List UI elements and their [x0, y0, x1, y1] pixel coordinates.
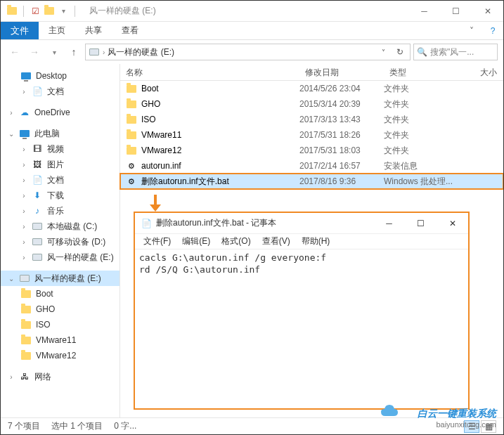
tree-documents2[interactable]: ›📄文档	[1, 172, 119, 188]
file-type: 文件夹	[384, 129, 468, 141]
search-placeholder: 搜索"风一...	[430, 46, 474, 58]
file-name: VMware11	[141, 130, 181, 140]
drive-icon	[32, 236, 43, 247]
file-row[interactable]: GHO2015/3/14 20:39文件夹	[120, 96, 503, 112]
file-type-icon: ⚙	[126, 160, 137, 171]
drive-icon	[19, 273, 30, 284]
tree-local-c[interactable]: ›本地磁盘 (C:)	[1, 219, 119, 234]
column-name[interactable]: 名称	[120, 64, 299, 80]
tree-music[interactable]: ›♪音乐	[1, 203, 119, 219]
address-dropdown-icon[interactable]: ˅	[376, 45, 390, 59]
notepad-maximize-button[interactable]: ☐	[405, 213, 437, 234]
file-type: 文件夹	[384, 83, 468, 95]
notepad-icon: 📄	[141, 218, 152, 229]
file-name: autorun.inf	[141, 161, 181, 171]
nav-forward-button[interactable]: →	[26, 44, 43, 60]
maximize-button[interactable]: ☐	[440, 1, 472, 22]
file-date: 2017/8/16 9:36	[299, 176, 384, 186]
nav-back-button[interactable]: ←	[6, 44, 23, 60]
file-row[interactable]: ⚙autorun.inf2017/2/14 16:57安装信息	[120, 158, 503, 174]
file-row[interactable]: Boot2014/5/26 23:04文件夹	[120, 81, 503, 96]
column-date[interactable]: 修改日期	[299, 64, 384, 80]
watermark-cloud-icon	[380, 402, 399, 422]
folder-icon	[20, 304, 32, 315]
tree-documents[interactable]: ›📄文档	[1, 84, 119, 99]
video-icon: 🎞	[32, 143, 43, 155]
view-details-button[interactable]: ☰	[464, 420, 479, 433]
tree-onedrive[interactable]: ›☁OneDrive	[1, 105, 119, 120]
navigation-tree[interactable]: Desktop ›📄文档 ›☁OneDrive ⌄此电脑 ›🎞视频 ›🖼图片 ›…	[1, 64, 120, 417]
file-date: 2014/5/26 23:04	[299, 84, 384, 93]
tree-network[interactable]: ›🖧网络	[1, 369, 119, 384]
drive-icon	[32, 221, 43, 232]
file-row[interactable]: VMware112017/5/31 18:26文件夹	[120, 127, 503, 143]
tree-thispc[interactable]: ⌄此电脑	[1, 126, 119, 141]
notepad-menu-file[interactable]: 文件(F)	[138, 234, 176, 249]
file-type-icon	[126, 129, 137, 141]
tab-view[interactable]: 查看	[112, 22, 148, 39]
address-path: 风一样的硬盘 (E:)	[108, 46, 373, 58]
file-date: 2017/2/14 16:57	[299, 161, 384, 171]
notepad-title: 删除autorun.inf文件.bat - 记事本	[156, 217, 276, 229]
status-size: 0 字...	[114, 420, 136, 432]
file-type: 文件夹	[384, 114, 468, 126]
tab-file[interactable]: 文件	[1, 22, 39, 39]
notepad-titlebar[interactable]: 📄 删除autorun.inf文件.bat - 记事本 ─ ☐ ✕	[135, 213, 468, 234]
column-headers[interactable]: 名称 修改日期 类型 大小	[120, 64, 503, 81]
minimize-button[interactable]: ─	[408, 1, 440, 22]
file-date: 2017/5/31 18:03	[299, 145, 384, 155]
folder-icon	[20, 350, 32, 361]
file-row[interactable]: ISO2017/3/13 13:43文件夹	[120, 112, 503, 127]
refresh-icon[interactable]: ↻	[393, 45, 407, 59]
file-name: VMware12	[141, 145, 181, 155]
file-type-icon	[126, 145, 137, 156]
notepad-menu-format[interactable]: 格式(O)	[216, 234, 256, 249]
tree-drive-e-root[interactable]: ⌄风一样的硬盘 (E:)	[1, 271, 119, 286]
tree-iso[interactable]: ISO	[1, 317, 119, 332]
thispc-icon	[19, 128, 30, 139]
notepad-textarea[interactable]: cacls G:\autorun.inf /g everyone:f rd /S…	[135, 249, 468, 408]
tree-boot[interactable]: Boot	[1, 286, 119, 301]
properties-icon[interactable]: ☑	[30, 6, 41, 17]
nav-history-dropdown[interactable]: ▾	[46, 44, 63, 60]
download-icon: ⬇	[32, 190, 43, 201]
tree-gho[interactable]: GHO	[1, 301, 119, 317]
file-row[interactable]: VMware122017/5/31 18:03文件夹	[120, 143, 503, 158]
file-row[interactable]: ⚙删除autorun.inf文件.bat2017/8/16 9:36Window…	[120, 174, 503, 189]
address-bar[interactable]: › 风一样的硬盘 (E:) ˅ ↻	[85, 44, 411, 60]
tree-vmware12[interactable]: VMware12	[1, 348, 119, 363]
tree-videos[interactable]: ›🎞视频	[1, 141, 119, 157]
column-type[interactable]: 类型	[384, 64, 468, 80]
tree-drive-e[interactable]: ›风一样的硬盘 (E:)	[1, 249, 119, 265]
tree-desktop[interactable]: Desktop	[1, 68, 119, 84]
tab-home[interactable]: 主页	[39, 22, 75, 39]
view-icons-button[interactable]: ▦	[481, 420, 496, 433]
notepad-menu-edit[interactable]: 编辑(E)	[176, 234, 216, 249]
new-folder-icon[interactable]	[44, 6, 55, 17]
tree-pictures[interactable]: ›🖼图片	[1, 157, 119, 172]
file-name: GHO	[141, 99, 160, 109]
notepad-close-button[interactable]: ✕	[437, 213, 468, 234]
qat-dropdown-icon[interactable]: ▾	[58, 6, 69, 17]
folder-icon	[20, 319, 32, 330]
search-input[interactable]: 🔍 搜索"风一...	[413, 44, 498, 60]
file-type-icon: ⚙	[126, 176, 137, 187]
tree-removable-d[interactable]: ›可移动设备 (D:)	[1, 234, 119, 249]
column-size[interactable]: 大小	[468, 64, 503, 80]
help-icon[interactable]: ?	[482, 22, 503, 39]
notepad-menu-help[interactable]: 帮助(H)	[296, 234, 336, 249]
close-button[interactable]: ✕	[472, 1, 503, 22]
tree-downloads[interactable]: ›⬇下载	[1, 188, 119, 203]
nav-up-button[interactable]: ↑	[65, 44, 82, 60]
notepad-window: 📄 删除autorun.inf文件.bat - 记事本 ─ ☐ ✕ 文件(F) …	[134, 212, 470, 410]
status-bar: 7 个项目 选中 1 个项目 0 字... ☰ ▦	[1, 417, 503, 434]
notepad-minimize-button[interactable]: ─	[373, 213, 405, 234]
address-toolbar: ← → ▾ ↑ › 风一样的硬盘 (E:) ˅ ↻ 🔍 搜索"风一...	[1, 40, 503, 64]
notepad-menu-view[interactable]: 查看(V)	[257, 234, 296, 249]
ribbon-expand-icon[interactable]: ˅	[461, 22, 482, 39]
file-type: Windows 批处理...	[384, 176, 468, 188]
tree-vmware11[interactable]: VMware11	[1, 332, 119, 348]
tab-share[interactable]: 共享	[75, 22, 112, 39]
status-item-count: 7 个项目	[8, 420, 40, 432]
file-type-icon	[126, 83, 137, 94]
